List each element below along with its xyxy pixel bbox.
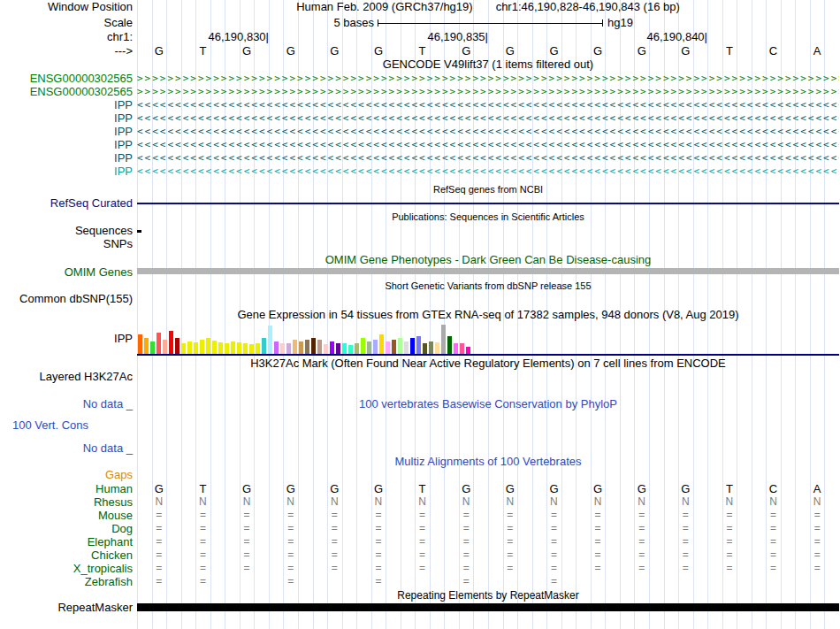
alignment-cell: N [488, 495, 532, 509]
gaps-label[interactable]: Gaps [0, 469, 133, 481]
omim-gene-bar[interactable] [137, 268, 839, 274]
repeatmasker-track-title[interactable]: Repeating Elements by RepeatMasker [137, 589, 839, 602]
gtex-gene-label[interactable]: IPP [0, 322, 133, 356]
alignment-cells[interactable]: ================ [137, 535, 839, 548]
dbsnp-row[interactable]: Common dbSNP(155) [0, 293, 840, 305]
alignment-cells[interactable]: ================ [137, 522, 839, 535]
gene-row-ENSG00000302565[interactable]: ENSG00000302565>>>>>>>>>>>>>>>>>>>>>>>>>… [0, 72, 840, 85]
gene-strand-arrows[interactable]: <<<<<<<<<<<<<<<<<<<<<<<<<<<<<<<<<<<<<<<<… [137, 111, 839, 125]
species-label[interactable]: Human [0, 482, 133, 495]
gene-row-IPP[interactable]: IPP<<<<<<<<<<<<<<<<<<<<<<<<<<<<<<<<<<<<<… [0, 111, 840, 125]
omim-track-title[interactable]: OMIM Gene Phenotypes - Dark Green Can Be… [137, 254, 839, 266]
gtex-bar [268, 326, 272, 354]
alignment-cells[interactable]: ================ [137, 509, 839, 522]
gene-label[interactable]: ENSG00000302565 [0, 72, 133, 85]
gene-label[interactable]: IPP [0, 125, 133, 138]
species-label[interactable]: X_tropicalis [0, 562, 133, 575]
sequence-item-mark[interactable] [137, 230, 141, 233]
multiz-species-row-Dog[interactable]: Dog================ [0, 522, 840, 535]
multiz-species-row-Rhesus[interactable]: RhesusNNNNNNNNNNNNNNNN [0, 495, 840, 509]
repeatmasker-label[interactable]: RepeatMasker [0, 602, 133, 614]
publications-sequences-row[interactable]: Sequences [0, 225, 840, 237]
species-label[interactable]: Chicken [0, 548, 133, 562]
gtex-bar [206, 338, 210, 354]
multiz-species-row-Human[interactable]: HumanGTGGGGTGGGGGGTCA [0, 482, 840, 495]
publications-snps-row[interactable]: SNPs [0, 238, 840, 250]
gene-label[interactable]: IPP [0, 111, 133, 125]
omim-genes-label[interactable]: OMIM Genes [0, 266, 133, 279]
gene-label[interactable]: IPP [0, 151, 133, 165]
gene-strand-arrows[interactable]: <<<<<<<<<<<<<<<<<<<<<<<<<<<<<<<<<<<<<<<<… [137, 98, 839, 111]
gene-strand-arrows[interactable]: <<<<<<<<<<<<<<<<<<<<<<<<<<<<<<<<<<<<<<<<… [137, 138, 839, 151]
repeatmasker-row[interactable]: RepeatMasker [0, 602, 840, 614]
multiz-species-row-Chicken[interactable]: Chicken================ [0, 548, 840, 562]
refseq-curated-label[interactable]: RefSeq Curated [0, 197, 133, 210]
alignment-cell: = [795, 522, 839, 535]
phylop-no-data-label[interactable]: No data _ [0, 398, 133, 410]
h3k27ac-row[interactable]: Layered H3K27Ac [0, 371, 840, 383]
base-letter: G [620, 44, 664, 58]
alignment-cell: = [356, 548, 401, 562]
gtex-track-title[interactable]: Gene Expression in 54 tissues from GTEx … [137, 309, 839, 321]
gtex-bar [218, 342, 223, 354]
sequences-label[interactable]: Sequences [0, 225, 133, 237]
multiz-species-row-Zebrafish[interactable]: Zebrafish====== [0, 575, 840, 588]
species-label[interactable]: Dog [0, 522, 133, 535]
species-label[interactable]: Elephant [0, 535, 133, 548]
gene-label[interactable]: IPP [0, 165, 133, 178]
multiz-track-title[interactable]: Multiz Alignments of 100 Vertebrates [137, 456, 839, 468]
alignment-cells[interactable]: ================ [137, 562, 839, 575]
gene-row-IPP[interactable]: IPP<<<<<<<<<<<<<<<<<<<<<<<<<<<<<<<<<<<<<… [0, 138, 840, 151]
omim-genes-row[interactable]: OMIM Genes [0, 266, 840, 279]
phylop-track-title[interactable]: 100 vertebrates Basewise Conservation by… [137, 398, 839, 410]
vert-cons-label[interactable]: 100 Vert. Cons [0, 419, 133, 432]
base-letters: GTGGGGTGGGGGGTCA [137, 44, 839, 58]
snps-label[interactable]: SNPs [0, 238, 133, 250]
gencode-track-title[interactable]: GENCODE V49lift37 (1 items filtered out) [137, 58, 839, 71]
phylop-no-data-label[interactable]: No data _ [0, 442, 133, 455]
multiz-species-row-Elephant[interactable]: Elephant================ [0, 535, 840, 548]
alignment-cells[interactable]: GTGGGGTGGGGGGTCA [137, 482, 839, 495]
dbsnp-track-title[interactable]: Short Genetic Variants from dbSNP releas… [137, 280, 839, 293]
species-label[interactable]: Zebrafish [0, 575, 133, 588]
gene-row-IPP[interactable]: IPP<<<<<<<<<<<<<<<<<<<<<<<<<<<<<<<<<<<<<… [0, 151, 840, 165]
gene-strand-arrows[interactable]: >>>>>>>>>>>>>>>>>>>>>>>>>>>>>>>>>>>>>>>>… [137, 72, 839, 85]
gene-strand-arrows[interactable]: >>>>>>>>>>>>>>>>>>>>>>>>>>>>>>>>>>>>>>>>… [137, 85, 839, 98]
publications-track-title[interactable]: Publications: Sequences in Scientific Ar… [137, 211, 839, 224]
alignment-cell: = [269, 548, 313, 562]
h3k27ac-track-title[interactable]: H3K27Ac Mark (Often Found Near Active Re… [137, 357, 839, 370]
gene-strand-arrows[interactable]: <<<<<<<<<<<<<<<<<<<<<<<<<<<<<<<<<<<<<<<<… [137, 125, 839, 138]
multiz-species-row-Mouse[interactable]: Mouse================ [0, 509, 840, 522]
scale-row: Scale 5 bases hg19 [0, 16, 840, 29]
multiz-species-row-X_tropicalis[interactable]: X_tropicalis================ [0, 562, 840, 575]
alignment-cell: N [664, 495, 708, 509]
gtex-expression-row[interactable]: IPP [0, 322, 840, 356]
alignment-cell: = [795, 535, 839, 548]
gene-label[interactable]: IPP [0, 98, 133, 111]
strand-direction-label: ---> [0, 44, 133, 58]
gene-strand-arrows[interactable]: <<<<<<<<<<<<<<<<<<<<<<<<<<<<<<<<<<<<<<<<… [137, 151, 839, 165]
gene-label[interactable]: IPP [0, 138, 133, 151]
gtex-tissue-bars[interactable] [138, 325, 470, 354]
refseq-track-title[interactable]: RefSeq genes from NCBI [137, 184, 839, 196]
gene-row-ENSG00000302565[interactable]: ENSG00000302565>>>>>>>>>>>>>>>>>>>>>>>>>… [0, 85, 840, 98]
window-position-row: Window Position Human Feb. 2009 (GRCh37/… [0, 1, 840, 13]
species-label[interactable]: Rhesus [0, 495, 133, 509]
h3k27ac-label[interactable]: Layered H3K27Ac [0, 371, 133, 383]
dbsnp-label[interactable]: Common dbSNP(155) [0, 293, 133, 305]
gene-row-IPP[interactable]: IPP<<<<<<<<<<<<<<<<<<<<<<<<<<<<<<<<<<<<<… [0, 125, 840, 138]
alignment-cells[interactable]: ====== [137, 575, 839, 588]
gene-row-IPP[interactable]: IPP<<<<<<<<<<<<<<<<<<<<<<<<<<<<<<<<<<<<<… [0, 165, 840, 178]
species-label[interactable]: Mouse [0, 509, 133, 522]
gtex-bar [256, 343, 260, 354]
repeat-element-bar[interactable] [137, 603, 839, 611]
alignment-cells[interactable]: ================ [137, 548, 839, 562]
gene-row-IPP[interactable]: IPP<<<<<<<<<<<<<<<<<<<<<<<<<<<<<<<<<<<<<… [0, 98, 840, 111]
gene-strand-arrows[interactable]: <<<<<<<<<<<<<<<<<<<<<<<<<<<<<<<<<<<<<<<<… [137, 165, 839, 178]
refseq-gene-line[interactable] [137, 203, 839, 204]
gene-label[interactable]: ENSG00000302565 [0, 85, 133, 98]
refseq-curated-row[interactable]: RefSeq Curated [0, 197, 840, 210]
base-letter: G [313, 44, 357, 58]
alignment-cell: = [181, 509, 225, 522]
alignment-cells[interactable]: NNNNNNNNNNNNNNNN [137, 495, 839, 509]
